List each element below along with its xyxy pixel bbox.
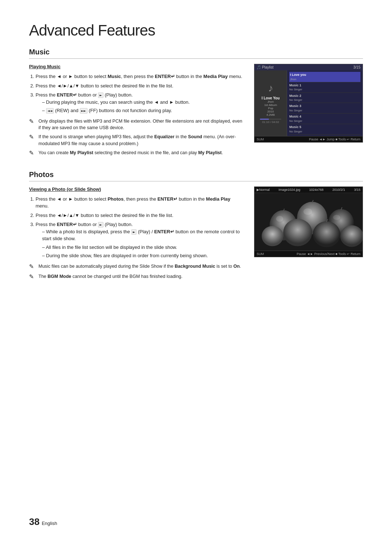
album-artist: Jhon	[262, 100, 280, 103]
album-name: 1st Album	[262, 103, 280, 107]
photo-svg	[254, 193, 363, 251]
viewing-photo-subtitle: Viewing a Photo (or Slide Show)	[29, 186, 243, 192]
photo-player-ui: ▶Normal Image1024.jpg 1024x768 2010/2/1 …	[254, 186, 363, 257]
album-size: 4.2MB	[262, 113, 280, 116]
photo-sub-1: While a photo list is displayed, press t…	[42, 228, 243, 242]
music-step-2: Press the ◄/►/▲/▼ button to select the d…	[36, 82, 243, 90]
playlist-item-3: Music 3 No Singer	[289, 103, 360, 114]
photos-steps-list: Press the ◄ or ► button to select Photos…	[36, 196, 243, 259]
photo-filename: Image1024.jpg	[279, 188, 301, 192]
photo-note-2: ✎ The BGM Mode cannot be changed until t…	[29, 273, 243, 281]
music-progress-fill	[260, 119, 269, 120]
photo-step-1: Press the ◄ or ► button to select Photos…	[36, 196, 243, 210]
playing-music-subtitle: Playing Music	[29, 64, 243, 69]
svg-point-4	[283, 219, 312, 246]
photo-note-1: ✎ Music files can be automatically playe…	[29, 263, 243, 271]
photo-mode: ▶Normal	[257, 188, 270, 192]
album-title: I Love You	[262, 96, 280, 100]
photo-step-3: Press the ENTER↵ button or ► (Play) butt…	[36, 221, 243, 259]
music-section: Music Playing Music Press the ◄ or ► but…	[29, 48, 363, 160]
svg-point-6	[262, 226, 283, 246]
photos-section-title: Photos	[29, 171, 363, 181]
photo-footer-left: SUM	[257, 252, 264, 256]
svg-point-7	[340, 225, 363, 247]
playlist-item-4: Music 4 No Singer	[289, 114, 360, 124]
photos-section: Photos Viewing a Photo (or Slide Show) P…	[29, 171, 363, 283]
photo-resolution: 1024x768	[309, 188, 324, 192]
svg-point-15	[333, 215, 340, 220]
music-note-2: ✎ If the sound is strange when playing M…	[29, 134, 243, 147]
photo-sub-2: All files in the file list section will …	[42, 244, 243, 251]
music-track-info: I Love You Jhon 1st Album Pop 2010 4.2MB	[262, 96, 280, 116]
music-ui-body: ♪ I Love You Jhon 1st Album Pop 2010 4.2…	[254, 70, 363, 136]
photo-ui-footer: SUM Pause ◄► Previous/Next ■ Tools ↩ Ret…	[254, 251, 363, 257]
album-genre: Pop	[262, 107, 280, 110]
music-note-1: ✎ Only displays the files with MP3 and P…	[29, 118, 243, 132]
music-step-3: Press the ENTER↵ button or ► (Play) butt…	[36, 91, 243, 114]
music-progress-bar	[260, 119, 281, 120]
music-text-col: Playing Music Press the ◄ or ► button to…	[29, 64, 243, 160]
music-steps-list: Press the ◄ or ► button to select Music,…	[36, 73, 243, 114]
music-step-1: Press the ◄ or ► button to select Music,…	[36, 73, 243, 80]
photo-step-2: Press the ◄/►/▲/▼ button to select the d…	[36, 212, 243, 219]
music-section-title: Music	[29, 48, 363, 59]
svg-point-13	[276, 216, 283, 222]
photo-footer-controls: Pause ◄► Previous/Next ■ Tools ↩ Return	[297, 252, 360, 256]
music-album-art: ♪ I Love You Jhon 1st Album Pop 2010 4.2…	[254, 70, 287, 136]
playlist-item-5: Music 5 No Singer	[289, 124, 360, 135]
playlist-header-item: I Love you Jhon	[289, 72, 360, 82]
music-player-ui: 🎵 Playlist 3/15 ♪ I Love You Jhon 1st Al…	[254, 64, 363, 143]
note-icon-1: ✎	[29, 117, 37, 126]
music-note-3: ✎ You can create My Playlist selecting t…	[29, 149, 243, 157]
music-sub-2: ◄◄ (REW) and ►► (FF) buttons do not func…	[42, 107, 243, 114]
music-footer-left: SUM	[257, 137, 264, 141]
playlist-item-2: Music 2 No Singer	[289, 93, 360, 103]
playlist-item-1: Music 1 No Singer	[289, 82, 360, 93]
photos-text-col: Viewing a Photo (or Slide Show) Press th…	[29, 186, 243, 283]
photo-date: 2010/2/1	[332, 188, 345, 192]
page-title: Advanced Features	[29, 22, 363, 39]
music-ui-panel: 🎵 Playlist 3/15 ♪ I Love You Jhon 1st Al…	[254, 64, 363, 143]
music-ui-header: 🎵 Playlist 3/15	[254, 64, 363, 70]
page-number: 38	[29, 516, 40, 527]
music-ui-footer: SUM Pause ◄► Jump ■ Tools ↩ Return	[254, 136, 363, 142]
music-ui-playlist-label: 🎵 Playlist	[257, 65, 273, 69]
music-note-symbol: ♪	[268, 82, 273, 94]
music-footer-controls: Pause ◄► Jump ■ Tools ↩ Return	[309, 137, 360, 141]
photo-image-area	[254, 193, 363, 251]
photo-ui-panel: ▶Normal Image1024.jpg 1024x768 2010/2/1 …	[254, 186, 363, 257]
photo-ui-header: ▶Normal Image1024.jpg 1024x768 2010/2/1 …	[254, 187, 363, 193]
svg-point-14	[303, 208, 312, 215]
album-year: 2010	[262, 110, 280, 113]
note-icon-3: ✎	[29, 149, 37, 157]
music-sub-1: During playing the music, you can search…	[42, 99, 243, 106]
photo-sub-3: During the slide show, files are display…	[42, 252, 243, 259]
note-icon-5: ✎	[29, 272, 37, 281]
photo-sub-bullets: While a photo list is displayed, press t…	[42, 228, 243, 259]
page-language: English	[42, 521, 57, 526]
note-icon-4: ✎	[29, 262, 37, 271]
svg-point-5	[313, 221, 340, 247]
photo-count: 3/15	[354, 188, 360, 192]
page-footer: 38English	[29, 516, 57, 527]
music-playlist: I Love you Jhon Music 1 No Singer Music …	[287, 70, 363, 136]
music-sub-bullets: During playing the music, you can search…	[42, 99, 243, 114]
music-ui-count: 3/15	[354, 65, 360, 69]
music-time: 01:10 / 04:02	[262, 120, 279, 124]
note-icon-2: ✎	[29, 133, 37, 141]
